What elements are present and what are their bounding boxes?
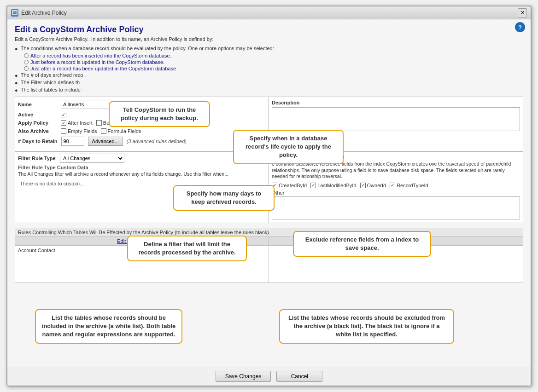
radio-after-update: Just after a record has been updated in … <box>24 66 523 71</box>
title-bar-left: Edit Archive Policy <box>11 9 67 17</box>
excluded-tables-header[interactable]: Edit Excluded Tables... <box>269 237 523 246</box>
advanced-note: (3 advanced rules defined) <box>127 138 187 144</box>
description-label: Description <box>272 100 520 105</box>
created-by-id-text: CreatedById <box>279 183 307 188</box>
record-type-id-checkbox[interactable]: ✓ <box>390 183 395 188</box>
save-changes-button[interactable]: Save Changes <box>216 371 271 382</box>
help-button[interactable]: ? <box>515 22 525 32</box>
filter-rule-select[interactable]: All Changes <box>60 154 124 163</box>
page-subtitle: Edit a CopyStorm Archive Policy.. In add… <box>15 36 523 42</box>
name-row: Name <box>18 100 266 109</box>
last-modified-by-id-text: LastModifiedById <box>317 183 356 188</box>
also-archive-row: Also Archive Empty Fields Formula Fields <box>18 128 266 134</box>
name-input[interactable] <box>61 100 208 109</box>
window-title: Edit Archive Policy <box>21 10 67 16</box>
conditions-bullet: ● The conditions when a database record … <box>15 46 523 52</box>
included-tables-col: Edit Included Tables... Account,Contact <box>15 237 269 282</box>
after-insert-checkbox[interactable]: ✓ <box>61 120 66 126</box>
tooltip-included-tables: List the tables whose records should be … <box>35 309 182 344</box>
apply-policy-row: Apply Policy ✓ After Insert Before Updat… <box>18 120 266 126</box>
other-textarea[interactable] <box>272 196 520 219</box>
before-update-text: Before Update <box>103 120 136 126</box>
main-form-grid: Name Active ✓ Apply Policy ✓ After Inser… <box>15 97 523 152</box>
active-row: Active ✓ <box>18 112 266 117</box>
radio-label-3: Just after a record has been updated in … <box>30 66 176 71</box>
filter-section: Filter Rule Type All Changes Filter Rule… <box>15 152 523 223</box>
apply-policy-label: Apply Policy <box>18 120 57 126</box>
created-by-id-label[interactable]: ✓ CreatedById <box>272 183 307 188</box>
tables-bullet: ● The list of tables to include... <box>15 87 523 93</box>
tables-label: The list of tables to include... <box>21 87 85 92</box>
active-checkbox[interactable]: ✓ <box>61 112 66 117</box>
filter-rule-row: Filter Rule Type All Changes <box>18 154 266 163</box>
owner-id-label[interactable]: ✓ OwnerId <box>360 183 386 188</box>
also-archive-label: Also Archive <box>18 128 57 134</box>
filter-right-panel: Non-Indexed Reference Fields e common Sa… <box>269 152 523 223</box>
cancel-button[interactable]: Cancel <box>276 371 322 382</box>
radio-circle-3 <box>24 66 29 71</box>
after-update-label[interactable]: After Update <box>140 120 175 126</box>
advanced-button[interactable]: Advanced... <box>88 137 123 146</box>
before-update-checkbox[interactable] <box>96 120 102 126</box>
tables-section: Rules Controlling Which Tables Will Be E… <box>15 228 523 283</box>
owner-id-checkbox[interactable]: ✓ <box>360 183 366 188</box>
days-bullet: ● The # of days archived reco... <box>15 72 523 78</box>
radio-circle-2 <box>24 60 29 64</box>
last-modified-by-id-label[interactable]: ✓ LastModifiedById <box>310 183 356 188</box>
before-update-label[interactable]: Before Update <box>96 120 136 126</box>
formula-fields-label[interactable]: Formula Fields <box>101 128 141 134</box>
filter-no-data: There is no data to custom... <box>18 179 266 188</box>
empty-fields-text: Empty Fields <box>68 128 97 134</box>
excluded-tables-content <box>269 246 523 282</box>
ref-checkboxes: ✓ CreatedById ✓ LastModifiedById ✓ Owner… <box>272 183 520 188</box>
bullet-dot-4: ● <box>15 87 18 93</box>
empty-fields-label[interactable]: Empty Fields <box>61 128 97 134</box>
tooltip-excluded-tables: List the tables whose records should be … <box>279 309 454 344</box>
non-indexed-desc: e common Salesforce reference fields fro… <box>272 161 520 180</box>
content-area: ? Edit a CopyStorm Archive Policy Edit a… <box>7 19 531 367</box>
svg-rect-0 <box>12 11 17 14</box>
record-type-id-text: RecordTypeId <box>397 183 428 188</box>
form-right-panel: Description <box>269 97 523 151</box>
title-bar: Edit Archive Policy ✕ <box>7 6 531 19</box>
filter-bullet: ● The Filter which defines th... <box>15 80 523 86</box>
after-update-text: After Update <box>146 120 175 126</box>
filter-label: The Filter which defines th... <box>21 80 84 85</box>
radio-label-1: After a record has been inserted into th… <box>30 53 171 58</box>
days-label: The # of days archived reco... <box>21 72 88 78</box>
included-tables-value: Account,Contact <box>18 248 55 253</box>
form-left-panel: Name Active ✓ Apply Policy ✓ After Inser… <box>15 97 269 151</box>
radio-circle-1 <box>24 53 29 58</box>
days-retain-input[interactable] <box>61 137 84 146</box>
created-by-id-checkbox[interactable]: ✓ <box>272 183 277 188</box>
bullet-dot-2: ● <box>15 73 18 78</box>
after-update-checkbox[interactable] <box>140 120 145 126</box>
record-type-id-label[interactable]: ✓ RecordTypeId <box>390 183 428 188</box>
bullet-dot-3: ● <box>15 80 18 86</box>
after-insert-label[interactable]: ✓ After Insert <box>61 120 93 126</box>
owner-id-text: OwnerId <box>367 183 386 188</box>
radio-label-2: Just before a record is updated in the C… <box>30 59 164 65</box>
radio-before-update: Just before a record is updated in the C… <box>24 59 523 65</box>
tables-section-header: Rules Controlling Which Tables Will Be E… <box>15 228 523 237</box>
window-icon <box>11 9 18 17</box>
last-modified-by-id-checkbox[interactable]: ✓ <box>310 183 316 188</box>
formula-fields-text: Formula Fields <box>108 128 141 134</box>
included-tables-content: Account,Contact <box>15 246 269 282</box>
days-retain-row: # Days to Retain Advanced... (3 advanced… <box>18 137 266 146</box>
page-title: Edit a CopyStorm Archive Policy <box>15 25 523 35</box>
description-textarea[interactable] <box>272 107 520 131</box>
close-button[interactable]: ✕ <box>518 8 527 17</box>
included-tables-header[interactable]: Edit Included Tables... <box>15 237 269 246</box>
formula-fields-checkbox[interactable] <box>101 128 106 134</box>
after-insert-text: After Insert <box>68 120 93 126</box>
footer: Save Changes Cancel <box>7 367 531 386</box>
name-label: Name <box>18 102 57 107</box>
active-label: Active <box>18 112 57 117</box>
days-retain-label: # Days to Retain <box>18 138 58 144</box>
filter-custom-data-label: Filter Rule Type Custom Data <box>18 165 266 170</box>
bullet-dot-1: ● <box>15 46 18 52</box>
other-label: Other <box>272 190 520 196</box>
empty-fields-checkbox[interactable] <box>61 128 66 134</box>
filter-all-changes-desc: The All Changes filter will archive a re… <box>18 171 266 178</box>
